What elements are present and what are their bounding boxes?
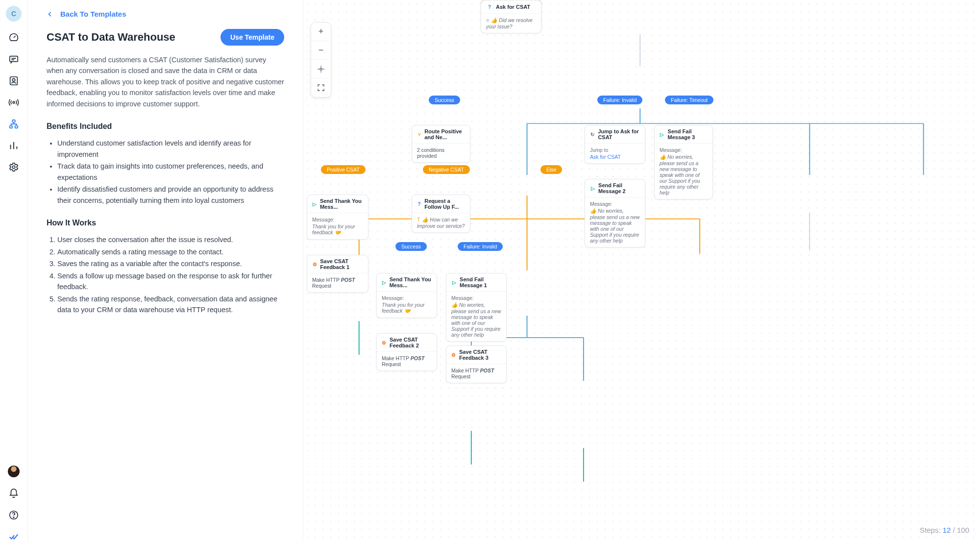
node-title: Send Thank You Mess...	[390, 276, 432, 288]
back-link-label: Back To Templates	[60, 10, 126, 18]
svg-point-9	[13, 517, 14, 517]
gear-icon[interactable]	[8, 162, 19, 172]
help-icon[interactable]	[8, 510, 19, 520]
node-title: Send Fail Message 2	[598, 182, 640, 194]
node-jump[interactable]: ↻Jump to Ask for CSAT Jump toAsk for CSA…	[585, 125, 645, 164]
node-title: Save CSAT Feedback 3	[459, 349, 501, 361]
node-fail2[interactable]: ▷Send Fail Message 2 Message:👍 No worrie…	[585, 179, 645, 247]
message-icon[interactable]	[8, 54, 19, 65]
node-link: Ask for CSAT	[590, 154, 621, 160]
zoom-in-button[interactable]: +	[311, 23, 331, 41]
how-heading: How It Works	[47, 219, 284, 227]
node-body: 2 conditions provided	[412, 144, 470, 162]
node-body: 👍 Did we resolve your issue?	[486, 17, 533, 29]
steps-counter: Steps: 12 / 100	[920, 526, 969, 534]
node-label: Message:	[660, 147, 708, 153]
how-list: User closes the conversation after the i…	[47, 234, 284, 315]
list-item: Saves the rating as a variable after the…	[57, 258, 284, 269]
gauge-icon[interactable]	[8, 32, 19, 43]
svg-point-2	[12, 78, 15, 81]
node-label: Message:	[382, 295, 432, 301]
workspace-avatar[interactable]: C	[6, 6, 22, 22]
template-detail-panel: Back To Templates CSAT to Data Warehouse…	[28, 0, 303, 542]
node-body: 👍 No worries, please send us a new messa…	[451, 302, 501, 338]
branch-label: Failure: Invalid	[458, 242, 503, 251]
node-title: Request a Follow Up F...	[424, 198, 465, 210]
use-template-button[interactable]: Use Template	[220, 29, 284, 46]
node-save3[interactable]: ⚙Save CSAT Feedback 3 Make HTTP POST Req…	[446, 345, 507, 383]
node-label: Message:	[590, 201, 640, 207]
recenter-button[interactable]	[311, 60, 331, 78]
analytics-icon[interactable]	[8, 140, 19, 151]
check-icon[interactable]	[8, 531, 19, 542]
node-save1[interactable]: ⚙Save CSAT Feedback 1 Make HTTP POST Req…	[307, 255, 368, 293]
app-sidebar: C	[0, 0, 28, 542]
node-fail3[interactable]: ▷Send Fail Message 3 Message:👍 No worrie…	[654, 125, 713, 199]
node-title: Jump to Ask for CSAT	[598, 128, 640, 140]
node-thank1[interactable]: ▷Send Thank You Mess... Message:Thank yo…	[307, 195, 368, 240]
svg-rect-5	[10, 126, 13, 128]
svg-rect-4	[12, 120, 15, 123]
zoom-out-button[interactable]: −	[311, 41, 331, 60]
node-label: Message:	[451, 295, 501, 301]
node-fail1[interactable]: ▷Send Fail Message 1 Message:👍 No worrie…	[446, 273, 507, 342]
node-label: Message:	[312, 217, 363, 222]
list-item: Track data to gain insights into custome…	[57, 161, 284, 183]
svg-rect-6	[15, 126, 18, 128]
node-title: Route Positive and Ne...	[424, 128, 465, 140]
contact-icon[interactable]	[8, 75, 19, 86]
svg-point-3	[13, 101, 15, 103]
zoom-controls: + −	[311, 22, 331, 98]
workflow-icon[interactable]	[8, 119, 19, 129]
list-item: User closes the conversation after the i…	[57, 234, 284, 245]
node-body: Thank you for your feedback 🤝	[312, 223, 355, 235]
branch-label: Else	[540, 165, 562, 174]
node-title: Send Fail Message 3	[668, 128, 708, 140]
fullscreen-button[interactable]	[311, 78, 331, 97]
branch-label: Negative CSAT	[423, 165, 470, 174]
branch-label: Failure: Invalid	[597, 96, 642, 104]
list-item: Identify dissatisfied customers and prov…	[57, 184, 284, 206]
node-body: 👍 No worries, please send us a new messa…	[590, 208, 640, 244]
node-body: Thank you for your feedback 🤝	[382, 302, 425, 314]
list-item: Automatically sends a rating message to …	[57, 246, 284, 257]
bell-icon[interactable]	[8, 488, 19, 499]
benefits-list: Understand customer satisfaction levels …	[47, 138, 284, 206]
benefits-heading: Benefits Included	[47, 122, 284, 131]
user-avatar[interactable]	[8, 466, 20, 477]
page-title: CSAT to Data Warehouse	[47, 31, 175, 44]
node-title: Ask for CSAT	[496, 4, 530, 10]
list-item: Sends a follow up message based on the r…	[57, 271, 284, 293]
node-title: Send Thank You Mess...	[320, 198, 363, 210]
svg-rect-1	[10, 77, 18, 85]
list-item: Understand customer satisfaction levels …	[57, 138, 284, 160]
node-title: Save CSAT Feedback 1	[320, 258, 363, 270]
broadcast-icon[interactable]	[8, 97, 19, 108]
list-item: Sends the rating response, feedback, con…	[57, 294, 284, 316]
node-title: Send Fail Message 1	[460, 276, 501, 288]
node-route[interactable]: ⑂Route Positive and Ne... 2 conditions p…	[412, 125, 470, 163]
node-body: 👍 No worries, please send us a new messa…	[660, 154, 700, 196]
branch-label: Success	[429, 96, 460, 104]
back-link[interactable]: Back To Templates	[47, 10, 284, 18]
branch-label: Success	[395, 242, 427, 251]
node-save2[interactable]: ⚙Save CSAT Feedback 2 Make HTTP POST Req…	[376, 333, 437, 371]
svg-rect-0	[10, 56, 18, 62]
node-ask-csat[interactable]: ?Ask for CSAT ≡👍 Did we resolve your iss…	[481, 0, 541, 33]
template-description: Automatically send customers a CSAT (Cus…	[47, 54, 284, 109]
svg-point-10	[320, 68, 322, 70]
node-thank2[interactable]: ▷Send Thank You Mess... Message:Thank yo…	[376, 273, 437, 318]
workflow-canvas[interactable]: + −	[303, 0, 980, 542]
svg-point-7	[12, 166, 15, 169]
node-title: Save CSAT Feedback 2	[390, 337, 432, 348]
node-followup[interactable]: ?Request a Follow Up F... T👍 How can we …	[412, 195, 470, 233]
branch-label: Positive CSAT	[321, 165, 366, 174]
node-label: Jump to	[590, 147, 640, 153]
node-body: 👍 How can we improve our service?	[417, 217, 465, 229]
branch-label: Failure: Timeout	[665, 96, 713, 104]
